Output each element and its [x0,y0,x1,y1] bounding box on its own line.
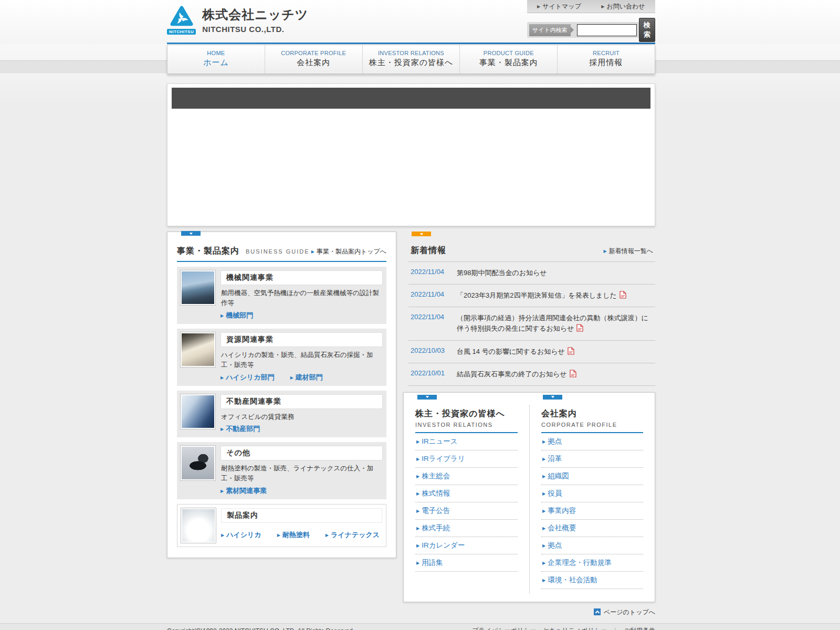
locations-link[interactable]: ▶拠点 [541,433,643,450]
business-guide-subtitle: BUSINESS GUIDE [246,248,310,255]
main-nav: HOME ホーム CORPORATE PROFILE 会社案内 INVESTOR… [167,45,655,74]
news-row: 2022/11/04 第98期中間配当金のお知らせ [408,262,655,285]
business-guide-panel: 事業・製品案内 BUSINESS GUIDE ▶事業・製品案内トップへ 機械関連… [167,232,396,558]
organization-chart-link[interactable]: ▶組織図 [541,468,643,485]
site-header: NITCHITSU 株式会社ニッチツ NITCHITSU CO.,LTD. ▶サ… [0,0,840,44]
product-hisilica-link[interactable]: ▶ハイシリカ [221,530,261,540]
philosophy-conduct-link[interactable]: ▶企業理念・行動規準 [541,554,643,572]
ir-news-link[interactable]: ▶IRニュース [415,433,518,450]
company-name-jp: 株式会社ニッチツ [202,6,308,23]
news-title: 新着情報 [411,245,446,256]
nitchitsu-pinwheel-icon: NITCHITSU [167,5,196,35]
copyright-bar: Copyright(C)1998-2022 NITCHITSU CO.,LTD.… [0,623,840,630]
corporate-title: 会社案内 [541,408,643,419]
history-link[interactable]: ▶沿革 [541,450,643,468]
search-button[interactable]: 検索 [639,18,655,42]
main-nav-strip: HOME ホーム CORPORATE PROFILE 会社案内 INVESTOR… [0,44,840,79]
arrow-right-icon: ▶ [311,249,314,254]
electronic-notice-link[interactable]: ▶電子公告 [415,502,518,520]
chevron-down-tab-icon [181,231,201,236]
chevron-down-tab-icon [543,395,562,400]
business-item-others: その他 耐熱塗料の製造・販売、ライナテックスの仕入・加工・販売等 ▶素材関連事業 [177,442,386,499]
news-row: 2022/10/01 結晶質石灰石事業の終了のお知らせ [408,363,655,386]
ir-library-link[interactable]: ▶IRライブラリ [415,450,518,468]
contact-link[interactable]: ▶お問い合わせ [591,2,655,11]
building-materials-division-link[interactable]: ▶建材部門 [290,373,323,382]
glossary-link[interactable]: ▶用語集 [415,554,518,572]
pdf-icon [620,291,626,299]
product-linatex-link[interactable]: ▶ライナテックス [326,530,380,540]
news-section: 新着情報 ▶新着情報一覧へ 2022/11/04 第98期中間配当金のお知らせ … [403,232,655,386]
privacy-policy-link[interactable]: プライバシーポリシー・セキュリティポリシー [472,626,607,630]
nav-item-home[interactable]: HOME ホーム [167,45,265,74]
silica-powder-photo [181,508,216,543]
company-name-en: NITCHITSU CO.,LTD. [202,25,308,34]
ir-title: 株主・投資家の皆様へ [415,408,518,419]
pdf-icon [568,347,574,355]
chevron-up-icon [594,608,601,615]
corporate-subtitle: CORPORATE PROFILE [541,422,643,428]
news-link[interactable]: 結晶質石灰石事業の終了のお知らせ [457,369,653,380]
locations-link-2[interactable]: ▶拠点 [541,537,643,554]
silica-rocks-photo [181,332,215,367]
officers-link[interactable]: ▶役員 [541,485,643,502]
investor-relations-column: 株主・投資家の皆様へ INVESTOR RELATIONS ▶IRニュース ▶I… [404,405,529,593]
main-banner [167,83,655,226]
news-list-link[interactable]: ▶新着情報一覧へ [604,247,653,256]
pdf-icon [570,370,576,377]
news-link[interactable]: 台風 14 号の影響に関するお知らせ [457,346,653,357]
chevron-down-tab-icon [417,395,437,400]
ir-calendar-link[interactable]: ▶IRカレンダー [415,537,518,554]
logo-caption: NITCHITSU [167,29,196,35]
arrow-right-icon: ▶ [537,4,540,9]
shareholders-meeting-link[interactable]: ▶株主総会 [415,468,518,485]
environment-social-link[interactable]: ▶環境・社会活動 [541,572,643,589]
real-estate-division-link[interactable]: ▶不動産部門 [220,424,260,434]
search-input[interactable] [577,24,637,36]
business-guide-top-link[interactable]: ▶事業・製品案内トップへ [311,247,386,256]
machinery-division-link[interactable]: ▶機械部門 [220,311,253,320]
page-top-link[interactable]: ページのトップへ [594,608,655,616]
quick-links-panel: 株主・投資家の皆様へ INVESTOR RELATIONS ▶IRニュース ▶I… [403,392,655,602]
pdf-icon [576,324,583,332]
news-row: 2022/11/04 「2023年3月期第2四半期決算短信」を発表しました [408,285,655,307]
news-link[interactable]: 「2023年3月期第2四半期決算短信」を発表しました [457,290,653,301]
business-contents-link[interactable]: ▶事業内容 [541,502,643,520]
company-overview-link[interactable]: ▶会社概要 [541,520,643,537]
factory-aerial-photo [181,270,215,305]
nav-item-corporate-profile[interactable]: CORPORATE PROFILE 会社案内 [265,45,362,74]
business-item-machinery: 機械関連事業 舶用機器、空気予熱機ほかの一般産業機械等の設計製作等 ▶機械部門 [177,267,386,324]
news-link[interactable]: （開示事項の経過）持分法適用関連会社の異動（株式譲渡）に伴う特別損失の発生に関す… [457,313,653,334]
business-item-real-estate: 不動産関連事業 オフィスビルの賃貸業務 ▶不動産部門 [177,391,386,437]
news-link[interactable]: 第98期中間配当金のお知らせ [457,268,653,278]
ir-subtitle: INVESTOR RELATIONS [415,422,518,428]
hisilica-division-link[interactable]: ▶ハイシリカ部門 [220,373,275,382]
stock-information-link[interactable]: ▶株式情報 [415,485,518,502]
banner-title-bar [172,88,650,109]
office-building-photo [181,394,215,429]
nav-item-product-guide[interactable]: PRODUCT GUIDE 事業・製品案内 [459,45,557,74]
news-row: 2022/10/03 台風 14 号の影響に関するお知らせ [408,341,655,363]
arrow-right-icon: ▶ [601,4,604,9]
chevron-down-tab-icon [412,232,431,236]
nav-item-recruit[interactable]: RECRUIT 採用情報 [557,45,655,74]
nav-item-investor-relations[interactable]: INVESTOR RELATIONS 株主・投資家の皆様へ [362,45,460,74]
product-heat-paint-link[interactable]: ▶耐熱塗料 [277,530,310,540]
site-search: サイト内検索 検索 [527,22,655,38]
copyright-text: Copyright(C)1998-2022 NITCHITSU CO.,LTD.… [167,627,354,630]
site-logo[interactable]: NITCHITSU 株式会社ニッチツ NITCHITSU CO.,LTD. [167,5,308,35]
search-label: サイト内検索 [529,24,571,36]
sitemap-link[interactable]: ▶サイトマップ [527,2,591,11]
terms-of-use-link[interactable]: ご利用条件 [624,626,655,630]
business-item-resources: 資源関連事業 ハイシリカの製造・販売、結晶質石灰石の採掘・加工・販売等 ▶ハイシ… [177,329,386,386]
news-row: 2022/11/04 （開示事項の経過）持分法適用関連会社の異動（株式譲渡）に伴… [408,307,655,340]
business-item-products: 製品案内 ▶ハイシリカ ▶耐熱塗料 ▶ライナテックス [177,504,386,547]
heat-paint-photo [181,446,215,480]
stock-procedures-link[interactable]: ▶株式手続 [415,520,518,537]
business-guide-title: 事業・製品案内 [177,246,239,257]
utility-bar: ▶サイトマップ ▶お問い合わせ [527,0,655,13]
corporate-profile-column: 会社案内 CORPORATE PROFILE ▶拠点 ▶沿革 ▶組織図 ▶役員 … [529,405,655,593]
materials-business-link[interactable]: ▶素材関連事業 [220,486,267,496]
